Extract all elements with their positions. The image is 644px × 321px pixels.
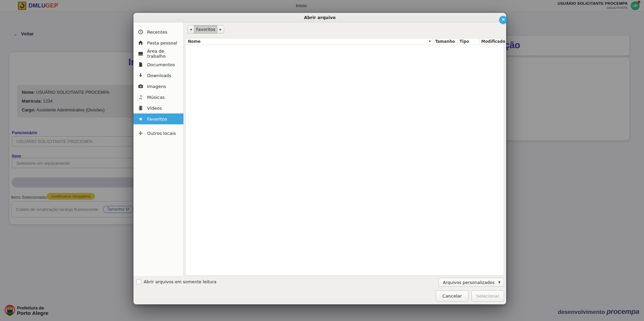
chevron-left-icon: ◀ bbox=[190, 28, 192, 31]
column-header-modificado[interactable]: Modificado bbox=[479, 38, 504, 44]
star-icon: ★ bbox=[138, 116, 143, 122]
dialog-buttons: Cancelar Selecionar bbox=[436, 290, 504, 302]
dialog-main: ◀ Favoritos ▶ Nome ▼ Tamanho Tipo Modifi… bbox=[184, 22, 506, 276]
readonly-row: Abrir arquivos em somente leitura bbox=[136, 279, 216, 284]
column-header-tipo[interactable]: Tipo bbox=[457, 38, 479, 44]
sidebar-item-label: Documentos bbox=[147, 62, 175, 67]
sidebar-item-favoritos[interactable]: ★ Favoritos bbox=[133, 113, 183, 124]
document-icon bbox=[138, 62, 143, 67]
select-button[interactable]: Selecionar bbox=[471, 290, 504, 302]
sort-descending-icon: ▼ bbox=[429, 40, 431, 43]
sidebar-item-imagens[interactable]: Imagens bbox=[133, 81, 183, 92]
path-bar: ◀ Favoritos ▶ bbox=[187, 25, 504, 34]
music-icon: ♫ bbox=[138, 94, 143, 100]
dialog-title: Abrir arquivo bbox=[304, 15, 336, 20]
sidebar-item-downloads[interactable]: Downloads bbox=[133, 70, 183, 81]
sidebar-item-area-de-trabalho[interactable]: Área de trabalho bbox=[133, 48, 183, 59]
clock-icon bbox=[138, 29, 143, 35]
readonly-checkbox[interactable] bbox=[136, 279, 141, 284]
file-type-dropdown-label: Arquivos personalizados bbox=[443, 280, 495, 285]
sidebar-item-label: Recentes bbox=[147, 30, 167, 35]
film-icon bbox=[138, 105, 143, 111]
file-type-dropdown[interactable]: Arquivos personalizados ▼ bbox=[439, 278, 504, 287]
path-back-button[interactable]: ◀ bbox=[187, 25, 194, 34]
sidebar-item-pasta-pessoal[interactable]: Pasta pessoal bbox=[133, 37, 183, 48]
close-icon[interactable]: × bbox=[499, 16, 507, 24]
plus-icon bbox=[138, 130, 143, 136]
sidebar-item-label: Outros locais bbox=[147, 131, 176, 136]
path-forward-button[interactable]: ▶ bbox=[217, 25, 224, 34]
sidebar-item-documentos[interactable]: Documentos bbox=[133, 59, 183, 70]
sidebar-item-label: Vídeos bbox=[147, 106, 162, 111]
desktop-icon bbox=[138, 51, 143, 56]
download-icon bbox=[138, 73, 143, 78]
file-open-dialog: Abrir arquivo × Recentes Pasta pessoal bbox=[133, 13, 506, 304]
chevron-down-icon: ▼ bbox=[498, 281, 500, 284]
cancel-button[interactable]: Cancelar bbox=[436, 290, 468, 302]
sidebar-item-label: Downloads bbox=[147, 73, 171, 78]
sidebar-item-recentes[interactable]: Recentes bbox=[133, 26, 183, 37]
path-segment-favoritos[interactable]: Favoritos bbox=[194, 25, 217, 34]
sidebar-item-label: Músicas bbox=[147, 95, 165, 100]
readonly-label: Abrir arquivos em somente leitura bbox=[144, 279, 216, 284]
sidebar-item-outros-locais[interactable]: Outros locais bbox=[133, 128, 183, 139]
home-icon bbox=[138, 40, 143, 46]
sidebar-item-label: Pasta pessoal bbox=[147, 40, 177, 46]
column-header-tamanho[interactable]: Tamanho bbox=[433, 38, 457, 44]
sidebar-item-musicas[interactable]: ♫ Músicas bbox=[133, 92, 183, 103]
dialog-titlebar: Abrir arquivo × bbox=[133, 13, 506, 22]
places-sidebar: Recentes Pasta pessoal Área de trabalho … bbox=[133, 22, 184, 276]
column-header-nome[interactable]: Nome ▼ bbox=[185, 39, 433, 44]
camera-icon bbox=[138, 84, 143, 89]
file-list-body[interactable] bbox=[185, 45, 504, 275]
sidebar-item-label: Área de trabalho bbox=[147, 49, 183, 59]
chevron-right-icon: ▶ bbox=[220, 28, 222, 31]
file-list-header: Nome ▼ Tamanho Tipo Modificado bbox=[185, 38, 504, 45]
sidebar-item-label: Imagens bbox=[147, 84, 166, 89]
column-nome-label: Nome bbox=[188, 39, 200, 44]
sidebar-item-label: Favoritos bbox=[147, 117, 167, 122]
dialog-body: Recentes Pasta pessoal Área de trabalho … bbox=[133, 22, 506, 276]
file-list: Nome ▼ Tamanho Tipo Modificado bbox=[185, 38, 504, 276]
sidebar-item-videos[interactable]: Vídeos bbox=[133, 103, 183, 113]
dialog-action-area: Abrir arquivos em somente leitura Arquiv… bbox=[133, 276, 506, 304]
